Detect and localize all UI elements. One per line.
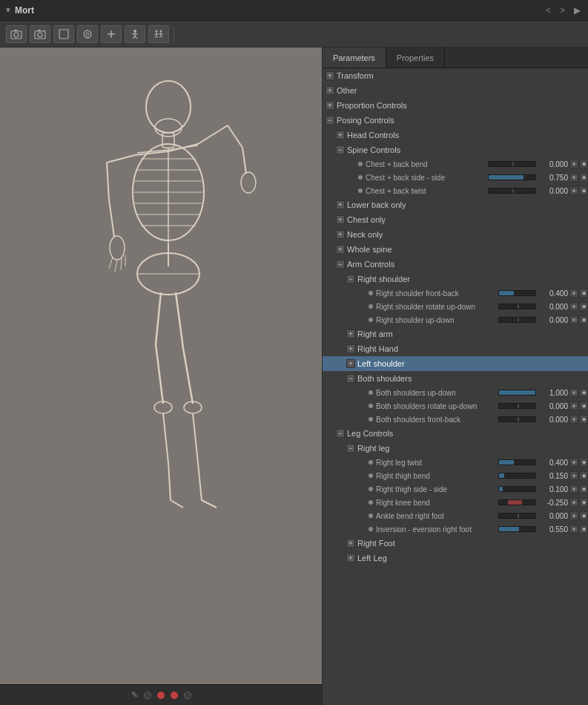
expand-box-proportion-controls[interactable]: + bbox=[326, 101, 334, 110]
slider-key-btn[interactable]: ◆ bbox=[579, 302, 588, 311]
toolbar-add-btn[interactable] bbox=[101, 25, 122, 43]
slider-track[interactable] bbox=[498, 459, 536, 465]
slider-key-btn[interactable]: ◆ bbox=[579, 415, 588, 424]
expand-box-leg-controls[interactable]: − bbox=[336, 429, 345, 438]
tree-item-both-shoulders[interactable]: −Both shoulders bbox=[323, 371, 588, 386]
expand-box-right-foot[interactable]: + bbox=[346, 539, 355, 548]
slider-track[interactable] bbox=[498, 290, 536, 296]
slider-row-chest-back-bend[interactable]: Chest + back bend0.000👁◆ bbox=[323, 157, 588, 171]
slider-eye-btn[interactable]: 👁 bbox=[569, 525, 578, 534]
tab-parameters[interactable]: Parameters bbox=[323, 47, 386, 68]
expand-box-posing-controls[interactable]: − bbox=[326, 116, 334, 125]
slider-track[interactable] bbox=[488, 161, 536, 167]
expand-box-neck-only[interactable]: + bbox=[336, 230, 345, 239]
slider-eye-btn[interactable]: 👁 bbox=[569, 401, 578, 410]
slider-track[interactable] bbox=[498, 403, 536, 409]
expand-box-transform[interactable]: + bbox=[326, 71, 334, 80]
slider-eye-btn[interactable]: 👁 bbox=[569, 388, 578, 397]
slider-track[interactable] bbox=[498, 390, 536, 396]
slider-row-right-thigh-side-side[interactable]: Right thigh side - side0.100👁◆ bbox=[323, 482, 588, 496]
slider-track[interactable] bbox=[488, 188, 536, 194]
slider-row-right-leg-twist[interactable]: Right leg twist0.400👁◆ bbox=[323, 456, 588, 469]
expand-box-other[interactable]: + bbox=[326, 86, 334, 95]
tree-item-whole-spine[interactable]: +Whole spine bbox=[323, 242, 588, 257]
slider-key-btn[interactable]: ◆ bbox=[579, 511, 588, 520]
tree-item-left-leg[interactable]: +Left Leg bbox=[323, 551, 588, 565]
slider-track[interactable] bbox=[488, 174, 536, 180]
slider-row-both-shoulders-up-down[interactable]: Both shoulders up-down1.000👁◆ bbox=[323, 386, 588, 399]
slider-eye-btn[interactable]: 👁 bbox=[569, 302, 578, 311]
expand-box-left-shoulder[interactable]: + bbox=[346, 359, 355, 368]
expand-box-lower-back-only[interactable]: + bbox=[336, 200, 345, 209]
slider-key-btn[interactable]: ◆ bbox=[579, 289, 588, 298]
expand-box-arm-controls[interactable]: − bbox=[336, 260, 345, 269]
slider-row-chest-back-side[interactable]: Chest + back side - side0.750👁◆ bbox=[323, 171, 588, 184]
slider-eye-btn[interactable]: 👁 bbox=[569, 415, 578, 424]
tree-item-chest-only[interactable]: +Chest only bbox=[323, 212, 588, 227]
slider-track[interactable] bbox=[498, 486, 536, 492]
slider-track[interactable] bbox=[498, 513, 536, 519]
tree-item-head-controls[interactable]: +Head Controls bbox=[323, 128, 588, 142]
tree-item-lower-back-only[interactable]: +Lower back only bbox=[323, 197, 588, 212]
tree-item-right-arm[interactable]: +Right arm bbox=[323, 327, 588, 341]
tree-item-leg-controls[interactable]: −Leg Controls bbox=[323, 426, 588, 441]
slider-key-btn[interactable]: ◆ bbox=[579, 401, 588, 410]
slider-key-btn[interactable]: ◆ bbox=[579, 315, 588, 324]
slider-eye-btn[interactable]: 👁 bbox=[569, 471, 578, 480]
slider-key-btn[interactable]: ◆ bbox=[579, 485, 588, 494]
slider-eye-btn[interactable]: 👁 bbox=[569, 289, 578, 298]
slider-eye-btn[interactable]: 👁 bbox=[569, 458, 578, 467]
slider-eye-btn[interactable]: 👁 bbox=[569, 186, 578, 195]
collapse-arrow[interactable]: ▼ bbox=[4, 6, 12, 14]
slider-row-both-shoulders-front-back[interactable]: Both shoulders front-back0.000👁◆ bbox=[323, 413, 588, 426]
slider-eye-btn[interactable]: 👁 bbox=[569, 498, 578, 507]
expand-btn[interactable]: ▶ bbox=[571, 5, 584, 16]
toolbar-figures-btn[interactable] bbox=[148, 25, 169, 43]
toolbar-figure-btn[interactable] bbox=[125, 25, 145, 43]
slider-key-btn[interactable]: ◆ bbox=[579, 186, 588, 195]
slider-row-both-shoulders-rotate-up-down[interactable]: Both shoulders rotate up-down0.000👁◆ bbox=[323, 399, 588, 413]
tree-item-right-hand[interactable]: +Right Hand bbox=[323, 341, 588, 356]
tree-item-posing-controls[interactable]: −Posing Controls bbox=[323, 113, 588, 128]
slider-key-btn[interactable]: ◆ bbox=[579, 388, 588, 397]
tree-item-right-shoulder[interactable]: −Right shoulder bbox=[323, 272, 588, 286]
toolbar-camera1-btn[interactable] bbox=[6, 25, 27, 43]
slider-row-inversion-eversion-right-foot[interactable]: Inversion - eversion right foot0.550👁◆ bbox=[323, 522, 588, 536]
slider-key-btn[interactable]: ◆ bbox=[579, 498, 588, 507]
tree-item-left-shoulder[interactable]: +Left shoulder bbox=[323, 356, 588, 371]
viewport-dot-3[interactable] bbox=[171, 692, 178, 699]
slider-key-btn[interactable]: ◆ bbox=[579, 173, 588, 182]
expand-box-chest-only[interactable]: + bbox=[336, 215, 345, 224]
slider-key-btn[interactable]: ◆ bbox=[579, 471, 588, 480]
slider-row-right-shoulder-front-back[interactable]: Right shoulder front-back0.400👁◆ bbox=[323, 286, 588, 300]
slider-track[interactable] bbox=[498, 416, 536, 422]
toolbar-camera2-btn[interactable] bbox=[30, 25, 50, 43]
expand-box-right-shoulder[interactable]: − bbox=[346, 275, 355, 283]
expand-box-spine-controls[interactable]: − bbox=[336, 145, 345, 154]
slider-row-right-knee-bend[interactable]: Right knee bend-0.250👁◆ bbox=[323, 496, 588, 509]
slider-row-right-shoulder-up-down[interactable]: Right shoulder up-down0.000👁◆ bbox=[323, 313, 588, 327]
slider-eye-btn[interactable]: 👁 bbox=[569, 315, 578, 324]
viewport-dot-2[interactable] bbox=[157, 692, 165, 699]
toolbar-view-btn[interactable] bbox=[53, 25, 74, 43]
slider-key-btn[interactable]: ◆ bbox=[579, 160, 588, 168]
expand-box-whole-spine[interactable]: + bbox=[336, 245, 345, 254]
slider-row-ankle-bend-right-foot[interactable]: Ankle bend right foot0.000👁◆ bbox=[323, 509, 588, 522]
expand-box-right-arm[interactable]: + bbox=[346, 329, 355, 338]
slider-row-right-thigh-bend[interactable]: Right thigh bend0.150👁◆ bbox=[323, 469, 588, 482]
expand-box-right-hand[interactable]: + bbox=[346, 344, 355, 353]
slider-eye-btn[interactable]: 👁 bbox=[569, 511, 578, 520]
slider-key-btn[interactable]: ◆ bbox=[579, 525, 588, 534]
tree-item-arm-controls[interactable]: −Arm Controls bbox=[323, 257, 588, 272]
slider-row-chest-back-twist[interactable]: Chest + back twist0.000👁◆ bbox=[323, 184, 588, 197]
slider-eye-btn[interactable]: 👁 bbox=[569, 485, 578, 494]
tree-item-transform[interactable]: +Transform bbox=[323, 68, 588, 83]
tree-item-proportion-controls[interactable]: +Proportion Controls bbox=[323, 98, 588, 113]
slider-track[interactable] bbox=[498, 304, 536, 309]
expand-box-right-leg[interactable]: − bbox=[346, 444, 355, 453]
tree-item-right-leg[interactable]: −Right leg bbox=[323, 441, 588, 456]
slider-row-right-shoulder-rotate-up-down[interactable]: Right shoulder rotate up-down0.000👁◆ bbox=[323, 300, 588, 313]
toolbar-target-btn[interactable] bbox=[77, 25, 98, 43]
slider-track[interactable] bbox=[498, 499, 536, 505]
slider-eye-btn[interactable]: 👁 bbox=[569, 173, 578, 182]
